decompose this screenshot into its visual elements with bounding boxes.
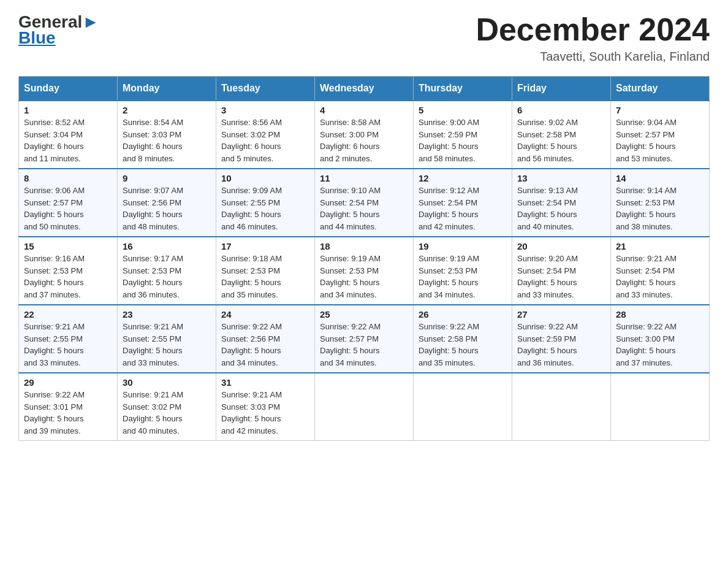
calendar-cell: 18 Sunrise: 9:19 AMSunset: 2:53 PMDaylig… (315, 237, 414, 305)
calendar-cell: 28 Sunrise: 9:22 AMSunset: 3:00 PMDaylig… (611, 305, 710, 373)
day-info: Sunrise: 9:22 AMSunset: 3:00 PMDaylight:… (616, 322, 677, 367)
day-info: Sunrise: 8:56 AMSunset: 3:02 PMDaylight:… (221, 118, 282, 163)
day-number: 1 (24, 105, 112, 115)
col-header-wednesday: Wednesday (315, 77, 414, 101)
day-number: 26 (419, 309, 507, 320)
day-info: Sunrise: 9:18 AMSunset: 2:53 PMDaylight:… (221, 254, 282, 299)
day-info: Sunrise: 9:22 AMSunset: 2:56 PMDaylight:… (221, 322, 282, 367)
calendar-cell: 25 Sunrise: 9:22 AMSunset: 2:57 PMDaylig… (315, 305, 414, 373)
day-number: 30 (123, 377, 211, 388)
day-info: Sunrise: 9:09 AMSunset: 2:55 PMDaylight:… (221, 186, 282, 231)
day-number: 20 (517, 241, 605, 251)
day-info: Sunrise: 9:22 AMSunset: 2:59 PMDaylight:… (517, 322, 578, 367)
calendar-cell: 14 Sunrise: 9:14 AMSunset: 2:53 PMDaylig… (611, 169, 710, 237)
day-info: Sunrise: 9:00 AMSunset: 2:59 PMDaylight:… (419, 118, 479, 163)
day-info: Sunrise: 9:19 AMSunset: 2:53 PMDaylight:… (320, 254, 381, 299)
day-number: 18 (320, 241, 408, 251)
day-number: 9 (123, 173, 211, 183)
calendar-cell (611, 373, 710, 441)
calendar-cell: 8 Sunrise: 9:06 AMSunset: 2:57 PMDayligh… (19, 169, 118, 237)
day-number: 10 (221, 173, 309, 183)
calendar-cell: 10 Sunrise: 9:09 AMSunset: 2:55 PMDaylig… (216, 169, 315, 237)
calendar-cell: 9 Sunrise: 9:07 AMSunset: 2:56 PMDayligh… (118, 169, 216, 237)
calendar-cell: 17 Sunrise: 9:18 AMSunset: 2:53 PMDaylig… (216, 237, 315, 305)
day-info: Sunrise: 9:22 AMSunset: 3:01 PMDaylight:… (24, 390, 85, 435)
calendar-cell: 19 Sunrise: 9:19 AMSunset: 2:53 PMDaylig… (414, 237, 512, 305)
calendar-cell: 20 Sunrise: 9:20 AMSunset: 2:54 PMDaylig… (512, 237, 611, 305)
day-info: Sunrise: 9:21 AMSunset: 2:54 PMDaylight:… (616, 254, 677, 299)
day-number: 12 (419, 173, 507, 183)
day-info: Sunrise: 9:06 AMSunset: 2:57 PMDaylight:… (24, 186, 85, 231)
calendar-cell: 30 Sunrise: 9:21 AMSunset: 3:02 PMDaylig… (118, 373, 216, 441)
day-number: 8 (24, 173, 112, 183)
day-number: 5 (419, 105, 507, 115)
calendar-cell: 5 Sunrise: 9:00 AMSunset: 2:59 PMDayligh… (414, 101, 512, 169)
day-number: 13 (517, 173, 605, 183)
day-number: 28 (616, 309, 704, 320)
day-number: 11 (320, 173, 408, 183)
day-info: Sunrise: 9:02 AMSunset: 2:58 PMDaylight:… (517, 118, 578, 163)
day-info: Sunrise: 9:21 AMSunset: 2:55 PMDaylight:… (123, 322, 183, 367)
calendar-cell: 15 Sunrise: 9:16 AMSunset: 2:53 PMDaylig… (19, 237, 118, 305)
day-info: Sunrise: 9:21 AMSunset: 3:03 PMDaylight:… (221, 390, 282, 435)
day-info: Sunrise: 9:22 AMSunset: 2:57 PMDaylight:… (320, 322, 381, 367)
calendar-cell: 22 Sunrise: 9:21 AMSunset: 2:55 PMDaylig… (19, 305, 118, 373)
day-info: Sunrise: 9:22 AMSunset: 2:58 PMDaylight:… (419, 322, 479, 367)
day-info: Sunrise: 8:52 AMSunset: 3:04 PMDaylight:… (24, 118, 85, 163)
day-number: 2 (123, 105, 211, 115)
day-info: Sunrise: 8:58 AMSunset: 3:00 PMDaylight:… (320, 118, 381, 163)
calendar-cell: 7 Sunrise: 9:04 AMSunset: 2:57 PMDayligh… (611, 101, 710, 169)
day-number: 21 (616, 241, 704, 251)
calendar-cell (414, 373, 512, 441)
week-row-1: 1 Sunrise: 8:52 AMSunset: 3:04 PMDayligh… (19, 101, 710, 169)
day-info: Sunrise: 9:21 AMSunset: 2:55 PMDaylight:… (24, 322, 85, 367)
day-info: Sunrise: 9:07 AMSunset: 2:56 PMDaylight:… (123, 186, 183, 231)
day-info: Sunrise: 9:16 AMSunset: 2:53 PMDaylight:… (24, 254, 85, 299)
week-row-3: 15 Sunrise: 9:16 AMSunset: 2:53 PMDaylig… (19, 237, 710, 305)
calendar-cell (512, 373, 611, 441)
day-info: Sunrise: 9:04 AMSunset: 2:57 PMDaylight:… (616, 118, 677, 163)
day-number: 4 (320, 105, 408, 115)
day-number: 6 (517, 105, 605, 115)
col-header-tuesday: Tuesday (216, 77, 315, 101)
week-row-2: 8 Sunrise: 9:06 AMSunset: 2:57 PMDayligh… (19, 169, 710, 237)
title-area: December 2024 Taavetti, South Karelia, F… (476, 12, 710, 64)
day-number: 17 (221, 241, 309, 251)
day-number: 27 (517, 309, 605, 320)
day-info: Sunrise: 9:14 AMSunset: 2:53 PMDaylight:… (616, 186, 677, 231)
day-number: 23 (123, 309, 211, 320)
calendar-cell: 24 Sunrise: 9:22 AMSunset: 2:56 PMDaylig… (216, 305, 315, 373)
logo-blue-text: ► (82, 12, 99, 32)
day-number: 3 (221, 105, 309, 115)
day-number: 15 (24, 241, 112, 251)
calendar-cell: 12 Sunrise: 9:12 AMSunset: 2:54 PMDaylig… (414, 169, 512, 237)
col-header-monday: Monday (118, 77, 216, 101)
day-info: Sunrise: 9:12 AMSunset: 2:54 PMDaylight:… (419, 186, 479, 231)
calendar-cell: 2 Sunrise: 8:54 AMSunset: 3:03 PMDayligh… (118, 101, 216, 169)
col-header-thursday: Thursday (414, 77, 512, 101)
day-info: Sunrise: 9:21 AMSunset: 3:02 PMDaylight:… (123, 390, 183, 435)
day-number: 24 (221, 309, 309, 320)
day-number: 14 (616, 173, 704, 183)
day-number: 19 (419, 241, 507, 251)
page-header: General ► Blue December 2024 Taavetti, S… (18, 12, 710, 64)
calendar-cell: 13 Sunrise: 9:13 AMSunset: 2:54 PMDaylig… (512, 169, 611, 237)
day-number: 29 (24, 377, 112, 388)
day-info: Sunrise: 9:20 AMSunset: 2:54 PMDaylight:… (517, 254, 578, 299)
day-number: 16 (123, 241, 211, 251)
calendar-cell: 29 Sunrise: 9:22 AMSunset: 3:01 PMDaylig… (19, 373, 118, 441)
calendar-cell: 4 Sunrise: 8:58 AMSunset: 3:00 PMDayligh… (315, 101, 414, 169)
col-header-friday: Friday (512, 77, 611, 101)
day-info: Sunrise: 9:13 AMSunset: 2:54 PMDaylight:… (517, 186, 578, 231)
calendar-cell: 26 Sunrise: 9:22 AMSunset: 2:58 PMDaylig… (414, 305, 512, 373)
logo: General ► Blue (18, 12, 99, 48)
week-row-4: 22 Sunrise: 9:21 AMSunset: 2:55 PMDaylig… (19, 305, 710, 373)
calendar-table: SundayMondayTuesdayWednesdayThursdayFrid… (18, 76, 710, 441)
day-number: 31 (221, 377, 309, 388)
day-number: 7 (616, 105, 704, 115)
calendar-cell: 11 Sunrise: 9:10 AMSunset: 2:54 PMDaylig… (315, 169, 414, 237)
calendar-cell: 23 Sunrise: 9:21 AMSunset: 2:55 PMDaylig… (118, 305, 216, 373)
calendar-cell: 27 Sunrise: 9:22 AMSunset: 2:59 PMDaylig… (512, 305, 611, 373)
location-subtitle: Taavetti, South Karelia, Finland (476, 50, 710, 64)
day-info: Sunrise: 9:10 AMSunset: 2:54 PMDaylight:… (320, 186, 381, 231)
